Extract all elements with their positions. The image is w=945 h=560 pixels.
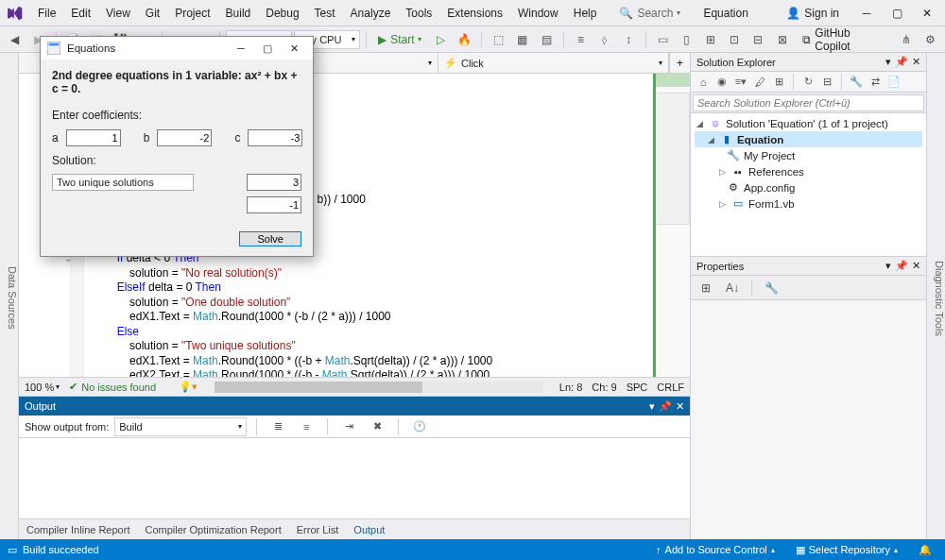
lightbulb-icon[interactable]: 💡▾ xyxy=(179,381,198,393)
solution-tree[interactable]: ◢⛭Solution 'Equation' (1 of 1 project) ◢… xyxy=(691,113,926,256)
close-icon[interactable]: ✕ xyxy=(676,400,684,413)
start-debug-button[interactable]: ▶ Start ▾ xyxy=(372,29,427,50)
close-icon[interactable]: ✕ xyxy=(912,56,920,68)
se-back-icon[interactable]: ◉ xyxy=(713,74,730,91)
close-icon[interactable]: ✕ xyxy=(912,260,920,272)
out-tool-1[interactable]: ≣ xyxy=(266,416,289,437)
dropdown-icon[interactable]: ▾ xyxy=(649,400,655,413)
nav-back-button[interactable]: ◀ xyxy=(4,29,26,50)
share-button[interactable]: ⋔ xyxy=(896,29,918,50)
b-input[interactable] xyxy=(157,129,212,146)
bottom-tab-compiler-optimization-report[interactable]: Compiler Optimization Report xyxy=(137,521,288,538)
search-box[interactable]: 🔍 Search ▾ xyxy=(613,5,686,22)
a-input[interactable] xyxy=(66,129,121,146)
menu-git[interactable]: Git xyxy=(138,3,167,24)
tb-icon-6[interactable]: ↕ xyxy=(617,29,639,50)
menu-project[interactable]: Project xyxy=(167,3,217,24)
tb-icon-11[interactable]: ⊟ xyxy=(747,29,769,50)
bottom-tab-output[interactable]: Output xyxy=(346,521,392,538)
right-gutter[interactable]: Diagnostic Tools xyxy=(926,53,945,539)
se-collapse-icon[interactable]: ⊟ xyxy=(818,74,835,91)
menu-edit[interactable]: Edit xyxy=(63,3,98,24)
menu-help[interactable]: Help xyxy=(566,3,605,24)
dropdown-icon[interactable]: ▾ xyxy=(885,56,891,68)
tree-item-references[interactable]: ▷▪▪References xyxy=(695,163,922,179)
solution-explorer-header[interactable]: Solution Explorer ▾📌✕ xyxy=(691,53,926,72)
indent-mode[interactable]: SPC xyxy=(627,382,648,393)
se-refresh-icon[interactable]: ↻ xyxy=(799,74,816,91)
data-sources-tab[interactable]: Data Sources xyxy=(7,266,18,330)
tree-project[interactable]: ◢▮Equation xyxy=(695,131,922,147)
se-tool-5[interactable]: 📄 xyxy=(885,74,902,91)
close-button[interactable]: ✕ xyxy=(913,4,941,23)
equations-titlebar[interactable]: Equations ─ ▢ ✕ xyxy=(41,37,313,59)
tree-item-form1[interactable]: ▷▭Form1.vb xyxy=(695,195,922,212)
out-tool-2[interactable]: ≡ xyxy=(295,416,318,437)
props-cat-button[interactable]: ⊞ xyxy=(695,278,717,298)
tb-icon-3[interactable]: ▤ xyxy=(536,29,558,50)
tree-item-myproject[interactable]: 🔧My Project xyxy=(695,147,922,163)
modal-maximize-button[interactable]: ▢ xyxy=(254,39,281,58)
x1-output[interactable] xyxy=(247,174,301,191)
out-tool-3[interactable]: ⇥ xyxy=(337,416,360,437)
minimize-button[interactable]: ─ xyxy=(852,4,881,23)
menu-view[interactable]: View xyxy=(98,3,138,24)
menu-tools[interactable]: Tools xyxy=(398,3,439,24)
se-tool-2[interactable]: ⊞ xyxy=(770,74,787,91)
split-editor-button[interactable]: + xyxy=(669,53,690,73)
out-tool-4[interactable]: ✖ xyxy=(366,416,388,437)
menu-debug[interactable]: Debug xyxy=(258,3,306,24)
tree-solution-root[interactable]: ◢⛭Solution 'Equation' (1 of 1 project) xyxy=(695,115,922,131)
tb-icon-12[interactable]: ⊠ xyxy=(771,29,793,50)
settings-button[interactable]: ⚙ xyxy=(919,29,941,50)
menu-test[interactable]: Test xyxy=(307,3,343,24)
bottom-tab-compiler-inline-report[interactable]: Compiler Inline Report xyxy=(19,521,137,538)
bottom-tab-error-list[interactable]: Error List xyxy=(289,521,347,538)
pin-icon[interactable]: 📌 xyxy=(895,56,908,68)
left-gutter[interactable]: Data Sources xyxy=(0,53,19,539)
out-tool-5[interactable]: 🕐 xyxy=(408,416,431,437)
se-home-icon[interactable]: ⌂ xyxy=(695,74,712,91)
pin-icon[interactable]: 📌 xyxy=(659,400,672,413)
dropdown-icon[interactable]: ▾ xyxy=(885,260,891,272)
se-tool-1[interactable]: 🖊 xyxy=(751,74,768,91)
maximize-button[interactable]: ▢ xyxy=(883,4,911,23)
notifications-button[interactable]: 🔔 xyxy=(913,544,937,556)
se-sync-icon[interactable]: ≡▾ xyxy=(732,74,749,91)
tree-item-appconfig[interactable]: ⚙App.config xyxy=(695,179,922,195)
output-header[interactable]: Output ▾ 📌 ✕ xyxy=(19,397,690,416)
copilot-button[interactable]: ⧉ GitHub Copilot xyxy=(795,26,893,53)
tb-icon-5[interactable]: ⎀ xyxy=(593,29,615,50)
line-ending[interactable]: CRLF xyxy=(657,382,684,393)
hot-reload-button[interactable]: 🔥 xyxy=(454,29,475,50)
c-input[interactable] xyxy=(248,129,302,146)
zoom-control[interactable]: 100 %▾ xyxy=(25,382,60,393)
solution-name[interactable]: Equation xyxy=(696,3,755,24)
nav-member-combo[interactable]: ⚡ Click xyxy=(438,53,669,73)
props-az-button[interactable]: A↓ xyxy=(721,278,744,298)
show-from-combo[interactable]: Build xyxy=(114,417,247,436)
tb-icon-8[interactable]: ▯ xyxy=(676,29,697,50)
solution-explorer-search-input[interactable] xyxy=(693,94,924,111)
tb-icon-2[interactable]: ▦ xyxy=(511,29,533,50)
issues-indicator[interactable]: ✔ No issues found xyxy=(69,381,156,393)
tb-icon-10[interactable]: ⊡ xyxy=(723,29,745,50)
signin-button[interactable]: 👤 Sign in xyxy=(779,7,847,20)
menu-analyze[interactable]: Analyze xyxy=(343,3,399,24)
start-nodebug-button[interactable]: ▷ xyxy=(429,29,451,50)
output-body[interactable] xyxy=(19,438,690,518)
pin-icon[interactable]: 📌 xyxy=(895,260,908,272)
diagnostic-tools-tab[interactable]: Diagnostic Tools xyxy=(934,261,945,336)
repo-button[interactable]: ▦Select Repository▴ xyxy=(790,544,903,556)
properties-header[interactable]: Properties ▾📌✕ xyxy=(691,257,926,276)
menu-build[interactable]: Build xyxy=(218,3,259,24)
hscrollbar[interactable] xyxy=(215,382,542,393)
tb-icon-4[interactable]: ≡ xyxy=(570,29,592,50)
source-control-button[interactable]: ↑Add to Source Control▴ xyxy=(650,544,781,555)
menu-window[interactable]: Window xyxy=(510,3,566,24)
menu-file[interactable]: File xyxy=(30,3,63,24)
modal-minimize-button[interactable]: ─ xyxy=(228,39,254,58)
tb-icon-9[interactable]: ⊞ xyxy=(699,29,721,50)
properties-body[interactable] xyxy=(691,300,926,539)
minimap[interactable] xyxy=(652,74,690,377)
